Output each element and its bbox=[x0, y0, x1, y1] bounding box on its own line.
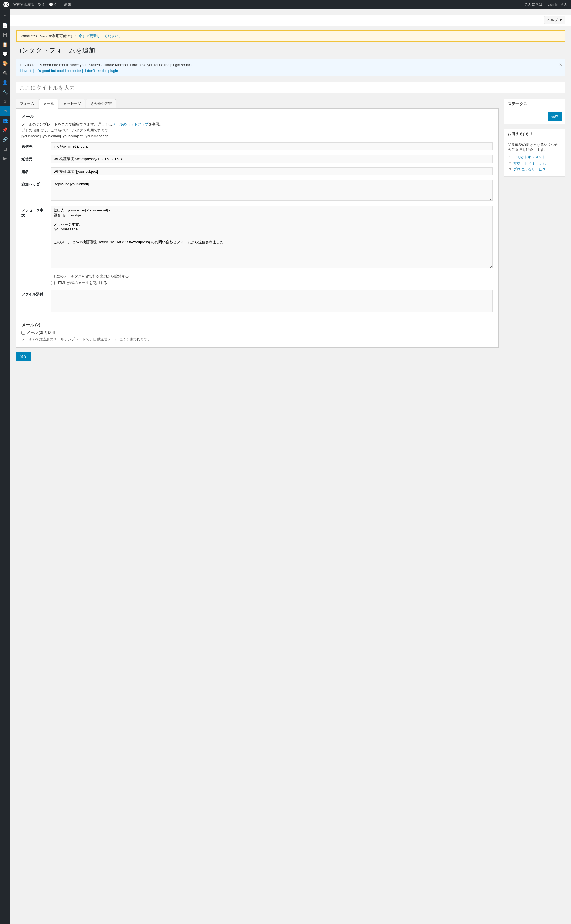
form-row-body: メッセージ本文 差出人: [your-name] <[your-email]> … bbox=[22, 206, 493, 269]
banner-notice: ✕ Hey there! It's been one month since y… bbox=[15, 59, 565, 76]
sidebar-item-tools[interactable]: 🔧 bbox=[0, 87, 10, 96]
bottom-save-button[interactable]: 保存 bbox=[15, 352, 31, 361]
checkbox-row-1: 空のメールタグを含む行を出力から除外する bbox=[51, 274, 493, 279]
form-row-attach: ファイル添付 bbox=[22, 290, 493, 312]
sidebar-item-media[interactable]: 🖼 bbox=[0, 30, 10, 40]
updates-icon: ↻ bbox=[38, 3, 41, 7]
username-text[interactable]: admin bbox=[548, 3, 558, 7]
label-body: メッセージ本文 bbox=[22, 206, 46, 218]
banner-link-love[interactable]: I love it! | bbox=[20, 69, 34, 73]
sidebar-item-extra4[interactable]: ▶ bbox=[0, 153, 10, 163]
input-subject[interactable] bbox=[51, 167, 493, 175]
form-row-subject: 題名 bbox=[22, 167, 493, 175]
banner-close-button[interactable]: ✕ bbox=[559, 62, 562, 68]
sidebar-item-plugins[interactable]: 🔌 bbox=[0, 68, 10, 77]
mail-setup-link[interactable]: メールのセットアップ bbox=[112, 122, 148, 126]
help-bar: ヘルプ ▼ bbox=[10, 14, 571, 26]
site-name[interactable]: WP検証環境 bbox=[13, 2, 34, 7]
form-row-header: 追加ヘッダー Reply-To: [your-email] bbox=[22, 180, 493, 201]
wp-logo[interactable] bbox=[3, 2, 9, 7]
mail-desc: メールのテンプレートをここで編集できます。詳しくはメールのセットアップを参照。 … bbox=[22, 122, 493, 139]
mail2-checkbox-label: メール (2) を使用 bbox=[27, 330, 55, 335]
mail2-desc: メール (2) は追加のメールテンプレートで、自動返信メールによく使われます。 bbox=[22, 337, 493, 342]
help-desc: 問題解決の助けとなるいくつかの選択肢を紹介します。 bbox=[508, 142, 562, 152]
input-from[interactable] bbox=[51, 155, 493, 163]
label-from: 送信元 bbox=[22, 155, 46, 162]
file-attach-area[interactable] bbox=[51, 290, 493, 312]
sidebar-item-mail[interactable]: ✉ bbox=[0, 106, 10, 116]
update-notice: WordPress 5.4.2 が利用可能です！ 今すぐ更新してください。 bbox=[15, 30, 565, 42]
tab-settings[interactable]: その他の設定 bbox=[86, 99, 116, 108]
checkbox-mail2[interactable] bbox=[22, 331, 25, 334]
status-box-header: ステータス bbox=[505, 99, 565, 109]
field-subject bbox=[51, 167, 493, 175]
help-link-item-3: プロによるサービス bbox=[513, 167, 562, 172]
checkbox-empty-tags-label: 空のメールタグを含む行を出力から除外する bbox=[56, 274, 129, 279]
field-attach bbox=[51, 290, 493, 312]
field-header: Reply-To: [your-email] bbox=[51, 180, 493, 201]
help-link-pro[interactable]: プロによるサービス bbox=[513, 167, 546, 171]
sidebar-item-posts[interactable]: 📄 bbox=[0, 21, 10, 30]
checkboxes-area: 空のメールタグを含む行を出力から除外する HTML 形式のメールを使用する bbox=[51, 274, 493, 285]
field-to bbox=[51, 142, 493, 150]
banner-link-dislike[interactable]: I don't like the plugin bbox=[85, 69, 118, 73]
comments-count[interactable]: 💬 0 bbox=[49, 3, 56, 7]
mail-desc-text1: メールのテンプレートをここで編集できます。詳しくは bbox=[22, 122, 112, 126]
status-box-content: 保存 bbox=[505, 109, 565, 124]
mail-desc-text2: を参照。 bbox=[148, 122, 163, 126]
main-wrapper: ヘルプ ▼ WordPress 5.4.2 が利用可能です！ 今すぐ更新してくだ… bbox=[10, 9, 571, 924]
sidebar-item-settings[interactable]: ⚙ bbox=[0, 96, 10, 106]
greeting-text: こんにちは、 bbox=[525, 2, 546, 7]
sidebar-item-member[interactable]: 👥 bbox=[0, 116, 10, 125]
sidebar-item-dashboard[interactable]: ⌂ bbox=[0, 11, 10, 21]
help-box-content: 問題解決の助けとなるいくつかの選択肢を紹介します。 FAQとドキュメント サポー… bbox=[505, 139, 565, 176]
banner-link-better[interactable]: It's good but could be better | bbox=[36, 69, 83, 73]
label-subject: 題名 bbox=[22, 167, 46, 174]
help-button[interactable]: ヘルプ ▼ bbox=[544, 16, 565, 24]
tab-messages[interactable]: メッセージ bbox=[59, 99, 85, 108]
checkbox-html-mail[interactable] bbox=[51, 281, 55, 285]
sidebar-item-extra2[interactable]: 🔗 bbox=[0, 135, 10, 144]
sidebar-item-users[interactable]: 👤 bbox=[0, 77, 10, 87]
checkbox-empty-tags[interactable] bbox=[51, 274, 55, 278]
banner-message: Hey there! It's been one month since you… bbox=[20, 63, 555, 67]
sidebar-item-extra3[interactable]: ◻ bbox=[0, 144, 10, 153]
title-input[interactable] bbox=[15, 82, 565, 93]
tab-content-mail: メール メールのテンプレートをここで編集できます。詳しくはメールのセットアップを… bbox=[15, 108, 498, 348]
textarea-header[interactable]: Reply-To: [your-email] bbox=[51, 180, 493, 201]
main-panel: フォーム メール メッセージ その他の設定 メール メールのテンプレートをここで… bbox=[15, 99, 498, 361]
mail2-title: メール (2) bbox=[22, 322, 493, 328]
form-row-to: 送信先 bbox=[22, 142, 493, 150]
tab-form[interactable]: フォーム bbox=[15, 99, 39, 108]
new-content-button[interactable]: + 新規 bbox=[61, 2, 71, 7]
mail2-checkbox-row: メール (2) を使用 bbox=[22, 330, 493, 335]
update-notice-link[interactable]: 今すぐ更新してください。 bbox=[79, 34, 122, 38]
mail-tags: [your-name] [your-email] [your-subject] … bbox=[22, 134, 110, 138]
input-to[interactable] bbox=[51, 142, 493, 150]
sidebar-item-pages[interactable]: 📋 bbox=[0, 40, 10, 49]
status-box: ステータス 保存 bbox=[504, 99, 565, 124]
sidebar: ⌂ 📄 🖼 📋 💬 🎨 🔌 👤 🔧 ⚙ ✉ 👥 📌 🔗 ◻ ▶ bbox=[0, 9, 10, 924]
save-button[interactable]: 保存 bbox=[548, 113, 562, 121]
sidebar-item-comments[interactable]: 💬 bbox=[0, 49, 10, 59]
textarea-body[interactable]: 差出人: [your-name] <[your-email]> 題名: [you… bbox=[51, 206, 493, 268]
page-title: コンタクトフォームを追加 bbox=[15, 46, 565, 55]
content-area: ヘルプ ▼ WordPress 5.4.2 が利用可能です！ 今すぐ更新してくだ… bbox=[10, 9, 571, 924]
help-link-support[interactable]: サポートフォーラム bbox=[513, 161, 546, 165]
field-from bbox=[51, 155, 493, 163]
help-link-item-1: FAQとドキュメント bbox=[513, 155, 562, 159]
label-header: 追加ヘッダー bbox=[22, 180, 46, 187]
sidebar-item-appearance[interactable]: 🎨 bbox=[0, 59, 10, 68]
help-box: お困りですか？ 問題解決の助けとなるいくつかの選択肢を紹介します。 FAQとドキ… bbox=[504, 129, 565, 176]
form-row-from: 送信元 bbox=[22, 155, 493, 163]
help-link-faq[interactable]: FAQとドキュメント bbox=[513, 155, 546, 159]
label-attach: ファイル添付 bbox=[22, 290, 46, 297]
banner-links: I love it! | It's good but could be bett… bbox=[20, 69, 555, 73]
help-link-item-2: サポートフォーラム bbox=[513, 161, 562, 166]
side-panel: ステータス 保存 お困りですか？ 問題解決の助けとなるいくつかの選択肢を紹介しま… bbox=[504, 99, 565, 181]
update-notice-text: WordPress 5.4.2 が利用可能です！ bbox=[21, 34, 77, 38]
help-box-header: お困りですか？ bbox=[505, 129, 565, 139]
sidebar-item-extra1[interactable]: 📌 bbox=[0, 125, 10, 135]
tab-mail[interactable]: メール bbox=[39, 99, 58, 108]
updates-count[interactable]: ↻ 9 bbox=[38, 3, 44, 7]
